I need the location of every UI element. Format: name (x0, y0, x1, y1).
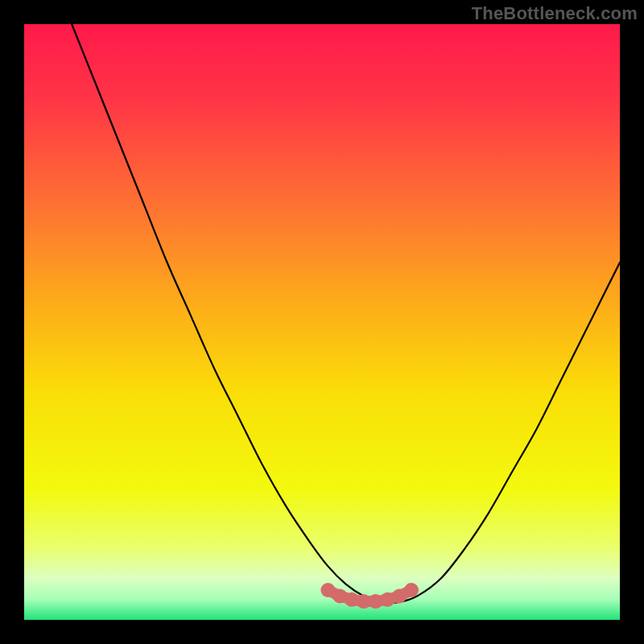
gradient-background (24, 24, 620, 620)
chart-stage: TheBottleneck.com (0, 0, 644, 644)
chart-svg (24, 24, 620, 620)
plot-area (24, 24, 620, 620)
watermark-text: TheBottleneck.com (472, 3, 638, 24)
svg-point-7 (404, 583, 419, 597)
